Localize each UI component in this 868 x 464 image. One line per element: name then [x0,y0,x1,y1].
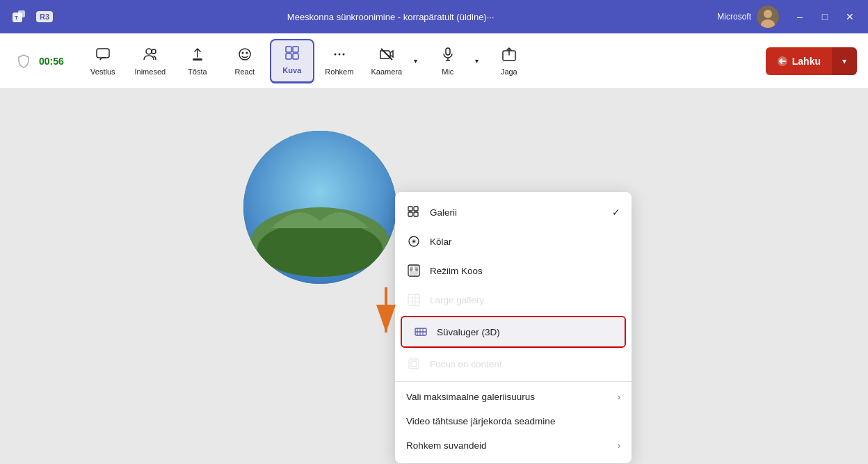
svg-rect-21 [446,48,450,55]
title-bar: T R3 Meeskonna sünkroonimine - korrapära… [0,0,868,33]
mic-chevron[interactable]: ▾ [470,39,484,83]
syvaluger-item[interactable]: Süvaluger (3D) [402,317,625,346]
speaker-icon [406,234,421,249]
kolar-item[interactable]: Kõlar [395,227,632,256]
rohkem-suvandeid-item[interactable]: Rohkem suvandeid › [395,433,632,458]
svg-rect-14 [293,47,298,52]
svg-point-18 [338,53,340,55]
toolbar: 00:56 Vestlus Inimesed [0,33,868,89]
chat-icon [95,47,111,65]
main-content: Galerii ✓ Kõlar [0,89,868,464]
raise-icon [190,47,205,65]
mic-button[interactable]: Mic [426,39,470,83]
toolbar-buttons: Vestlus Inimesed Tõsta [81,39,766,83]
galerii-icon [406,205,421,220]
galerii-item[interactable]: Galerii ✓ [395,198,632,227]
kaamera-button[interactable]: Kaamera [364,39,409,83]
jaga-button[interactable]: Jaga [487,39,531,83]
svg-point-19 [342,53,344,55]
focus-label: Focus on content [430,359,502,369]
syvaluger-highlight-box: Süvaluger (3D) [401,316,626,348]
vestlus-button[interactable]: Vestlus [81,39,125,83]
inimesed-label: Inimesed [134,67,166,76]
rohkem-suvandeid-label: Rohkem suvandeid [406,440,487,451]
max-gallery-label: Vali maksimaalne galeriisuurus [406,392,535,402]
r3-badge: R3 [36,11,53,22]
max-gallery-item[interactable]: Vali maksimaalne galeriisuurus › [395,385,632,409]
svg-rect-9 [193,58,202,61]
jaga-label: Jaga [501,67,517,76]
svg-point-41 [410,269,412,271]
minimize-button[interactable]: – [790,7,810,26]
mic-label: Mic [442,67,453,76]
maximize-button[interactable]: □ [815,7,835,26]
leave-button[interactable]: Lahku [766,47,832,75]
share-icon [501,47,517,65]
syvaluger-label: Süvaluger (3D) [437,327,500,337]
separator [395,381,632,382]
people-icon [143,47,158,65]
call-timer: 00:56 [39,56,64,67]
window-controls[interactable]: – □ ✕ [790,7,860,26]
large-gallery-label: Large gallery [430,295,484,305]
svg-point-4 [764,10,772,18]
teams-logo: T [8,6,31,28]
leave-label: Lahku [792,56,821,67]
tosta-button[interactable]: Tõsta [175,39,220,83]
react-button[interactable]: React [223,39,267,83]
svg-rect-30 [408,207,412,211]
react-label: React [234,67,255,76]
microsoft-label: Microsoft [717,12,751,22]
video-order-label: Video tähtsuse järjekorda seadmine [406,416,555,426]
kuva-button[interactable]: Kuva [270,39,314,83]
more-icon [332,47,347,65]
tosta-label: Tõsta [188,67,207,76]
mic-icon [440,47,456,65]
svg-point-28 [257,221,383,277]
galerii-label: Galerii [430,207,457,218]
kuva-dropdown: Galerii ✓ Kõlar [395,192,632,463]
focus-item: Focus on content [395,349,632,378]
svg-rect-53 [409,359,419,369]
avatar [757,6,779,28]
large-grid-icon [406,292,421,307]
svg-rect-43 [408,294,419,305]
svg-rect-33 [414,212,418,216]
svg-point-17 [334,53,336,55]
svg-rect-54 [411,361,417,367]
svg-point-36 [413,241,415,243]
rohkem-button[interactable]: Rohkem [317,39,362,83]
svg-rect-15 [286,54,291,59]
shield-icon [11,49,36,74]
video-order-item[interactable]: Video tähtsuse järjekorda seadmine [395,409,632,433]
focus-icon [406,356,421,371]
svg-rect-13 [286,47,291,52]
svg-rect-1 [18,10,25,17]
galerii-check: ✓ [612,207,620,218]
svg-point-10 [239,49,250,60]
together-icon [406,263,421,278]
svg-point-7 [146,49,152,54]
kaamera-chevron[interactable]: ▾ [409,39,423,83]
rohkem-suvandeid-chevron: › [618,441,620,451]
mic-group: Mic ▾ [426,39,484,83]
kaamera-label: Kaamera [371,67,402,76]
leave-chevron[interactable]: ▾ [832,47,857,75]
reziim-item[interactable]: Režiim Koos [395,256,632,285]
toolbar-right: Lahku ▾ [766,47,857,75]
large-gallery-item: Large gallery [395,285,632,314]
svg-rect-16 [293,54,298,59]
participant-avatar [243,131,396,284]
grid-icon [284,45,300,63]
svg-rect-32 [408,212,412,216]
svg-point-12 [246,51,248,54]
toolbar-left: 00:56 [11,49,70,74]
rohkem-label: Rohkem [325,67,353,76]
kuva-label: Kuva [282,66,301,74]
vestlus-label: Vestlus [90,67,115,76]
svg-point-8 [152,49,156,54]
camera-off-icon [379,47,394,65]
max-gallery-chevron: › [618,392,620,402]
close-button[interactable]: ✕ [840,7,860,26]
inimesed-button[interactable]: Inimesed [128,39,172,83]
